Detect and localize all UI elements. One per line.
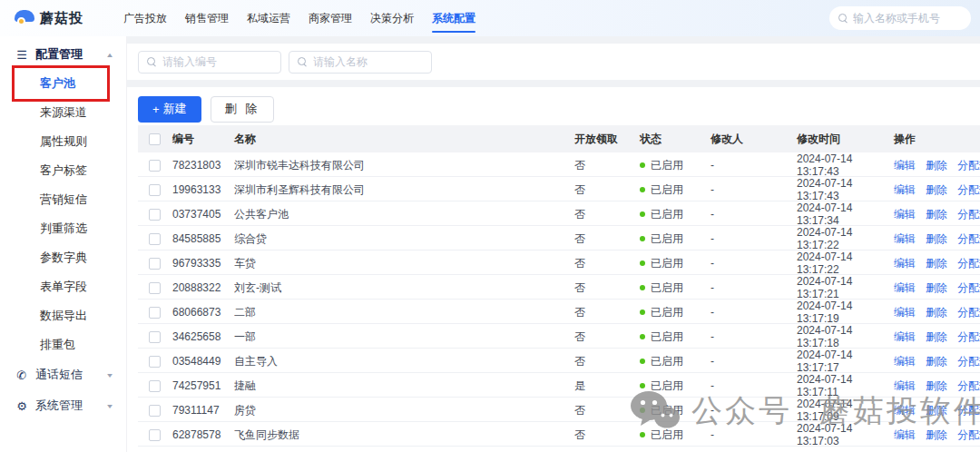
row-checkbox[interactable]	[149, 405, 161, 417]
edit-link[interactable]: 编辑	[894, 329, 916, 345]
cell-id: 03548449	[172, 355, 234, 368]
row-checkbox[interactable]	[149, 233, 161, 245]
sidebar: ☰ 配置管理 ▲ 客户池来源渠道属性规则客户标签营销短信判重筛选参数字典表单字段…	[0, 36, 127, 452]
nav-tab[interactable]: 商家管理	[307, 0, 354, 38]
sidebar-item[interactable]: 客户标签	[0, 156, 126, 185]
assign-rule-link[interactable]: 分配规则	[957, 280, 980, 296]
row-checkbox[interactable]	[149, 258, 161, 270]
delete-link[interactable]: 删除	[926, 280, 947, 296]
edit-link[interactable]: 编辑	[894, 354, 916, 369]
delete-button[interactable]: 删 除	[211, 96, 275, 123]
nav-tab[interactable]: 广告投放	[122, 0, 169, 38]
sidebar-item[interactable]: 来源渠道	[0, 98, 126, 127]
cell-name: 综合贷	[234, 231, 574, 247]
assign-rule-link[interactable]: 分配规则	[957, 329, 980, 345]
assign-rule-link[interactable]: 分配规则	[957, 207, 980, 222]
edit-link[interactable]: 编辑	[894, 158, 916, 173]
assign-rule-link[interactable]: 分配规则	[957, 305, 980, 320]
brand-cloud-icon	[15, 10, 34, 26]
delete-link[interactable]: 删除	[926, 207, 947, 222]
row-checkbox[interactable]	[149, 184, 161, 196]
nav-tab[interactable]: 系统配置	[430, 0, 477, 38]
row-checkbox[interactable]	[149, 356, 161, 368]
sidebar-item[interactable]: 客户池	[0, 69, 126, 98]
cell-status: 已启用	[640, 305, 710, 320]
assign-rule-link[interactable]: 分配规则	[957, 378, 980, 394]
sidebar-item[interactable]: 判重筛选	[0, 214, 126, 243]
edit-link[interactable]: 编辑	[894, 378, 916, 394]
cell-open: 否	[574, 280, 640, 296]
filter-name-field[interactable]	[289, 51, 432, 74]
sidebar-item[interactable]: 数据导出	[0, 301, 126, 330]
cell-open: 否	[574, 231, 640, 247]
sidebar-item[interactable]: 表单字段	[0, 272, 126, 301]
cell-modifier: -	[710, 281, 797, 294]
cell-name: 自主导入	[234, 354, 574, 369]
status-label: 已启用	[651, 256, 683, 271]
delete-link[interactable]: 删除	[926, 182, 947, 198]
assign-rule-link[interactable]: 分配规则	[957, 403, 980, 418]
edit-link[interactable]: 编辑	[894, 427, 916, 443]
row-checkbox[interactable]	[149, 380, 161, 392]
create-button[interactable]: + 新建	[138, 96, 201, 123]
filter-id-field[interactable]	[138, 51, 281, 74]
delete-link[interactable]: 删除	[926, 231, 947, 247]
table-row: 68066873 二部 否 已启用 - 2024-07-14 13:17:19 …	[138, 300, 980, 324]
row-checkbox[interactable]	[149, 160, 161, 172]
nav-tab[interactable]: 私域运营	[245, 0, 292, 38]
delete-link[interactable]: 删除	[926, 354, 947, 369]
edit-link[interactable]: 编辑	[894, 280, 916, 296]
filter-id-input[interactable]	[162, 55, 270, 68]
global-search-input[interactable]	[853, 12, 953, 25]
row-checkbox[interactable]	[149, 282, 161, 294]
filter-name-input[interactable]	[313, 55, 420, 68]
delete-link[interactable]: 删除	[926, 427, 947, 443]
sidebar-group-config[interactable]: ☰ 配置管理 ▲	[0, 40, 126, 69]
assign-rule-link[interactable]: 分配规则	[957, 354, 980, 369]
status-dot-icon	[640, 260, 645, 266]
sidebar-group-system[interactable]: ⚙ 系统管理 ▼	[0, 390, 126, 421]
assign-rule-link[interactable]: 分配规则	[957, 256, 980, 271]
main-content: + 新建 删 除 编号 名称 开放领取 状态 修改人 修改时间 操作	[127, 36, 980, 452]
sidebar-item[interactable]: 属性规则	[0, 127, 126, 156]
edit-link[interactable]: 编辑	[894, 207, 916, 222]
edit-link[interactable]: 编辑	[894, 305, 916, 320]
select-all-checkbox[interactable]	[149, 133, 161, 145]
row-checkbox[interactable]	[149, 307, 161, 319]
assign-rule-link[interactable]: 分配规则	[957, 182, 980, 198]
row-checkbox[interactable]	[149, 331, 161, 343]
status-dot-icon	[640, 187, 645, 192]
delete-link[interactable]: 删除	[926, 378, 947, 394]
col-header-status: 状态	[640, 132, 710, 147]
chevron-down-icon: ▼	[105, 371, 114, 378]
global-search[interactable]	[829, 6, 971, 30]
sidebar-item[interactable]: 营销短信	[0, 185, 126, 214]
cell-time: 2024-07-14 13:17:17	[797, 349, 894, 374]
cell-status: 已启用	[640, 256, 710, 271]
edit-link[interactable]: 编辑	[894, 231, 916, 247]
status-label: 已启用	[651, 354, 683, 369]
sidebar-item[interactable]: 参数字典	[0, 243, 126, 272]
nav-tab[interactable]: 销售管理	[183, 0, 230, 38]
edit-link[interactable]: 编辑	[894, 182, 916, 198]
assign-rule-link[interactable]: 分配规则	[957, 427, 980, 443]
cell-actions: 编辑 删除 分配规则	[894, 427, 980, 443]
sidebar-group-call-sms[interactable]: ✆ 通话短信 ▼	[0, 359, 126, 390]
delete-link[interactable]: 删除	[926, 403, 947, 418]
cell-status: 已启用	[640, 378, 710, 394]
row-checkbox[interactable]	[149, 209, 161, 221]
nav-tab[interactable]: 决策分析	[368, 0, 416, 38]
sidebar-item[interactable]: 排重包	[0, 330, 126, 359]
row-checkbox[interactable]	[149, 429, 161, 441]
delete-link[interactable]: 删除	[926, 256, 947, 271]
table-row: 34625658 一部 否 已启用 - 2024-07-14 13:17:18 …	[138, 324, 980, 349]
assign-rule-link[interactable]: 分配规则	[957, 231, 980, 247]
cell-status: 已启用	[640, 403, 710, 418]
edit-link[interactable]: 编辑	[894, 256, 916, 271]
assign-rule-link[interactable]: 分配规则	[957, 158, 980, 173]
delete-link[interactable]: 删除	[926, 158, 947, 173]
delete-link[interactable]: 删除	[926, 305, 947, 320]
cell-modifier: -	[710, 232, 797, 245]
edit-link[interactable]: 编辑	[894, 403, 916, 418]
delete-link[interactable]: 删除	[926, 329, 947, 345]
